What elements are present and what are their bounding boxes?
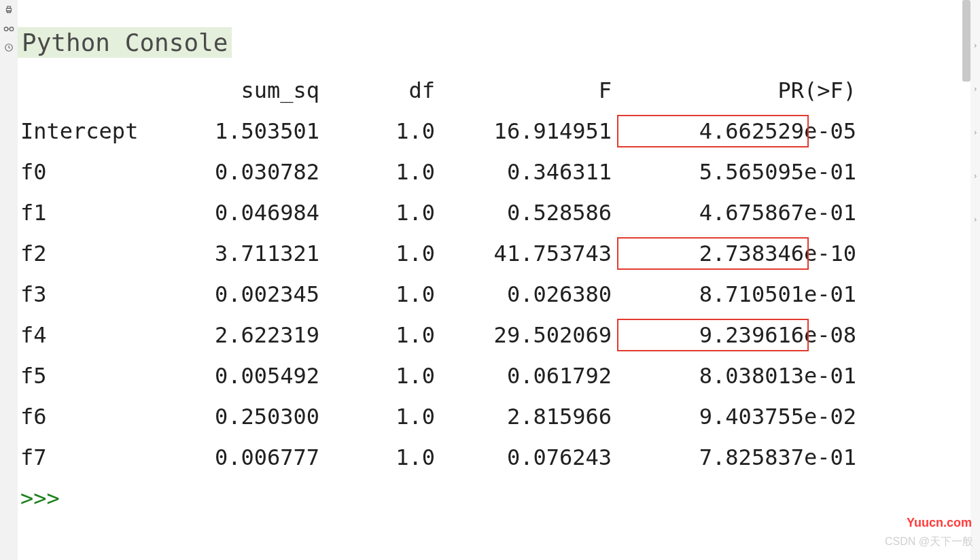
chevron-right-icon[interactable]: ›	[973, 215, 977, 224]
svg-rect-1	[7, 6, 11, 8]
table-row: Intercept1.5035011.016.9149514.662529e-0…	[20, 111, 962, 152]
cell-sum-sq: 0.030782	[170, 152, 319, 192]
console-title: Python Console	[18, 27, 232, 58]
cell-name: f3	[20, 274, 170, 315]
site-watermark: Yuucn.com	[907, 516, 972, 530]
cell-df: 1.0	[319, 355, 435, 396]
header-pr: PR(>F)	[612, 70, 856, 111]
cell-pr: 8.710501e-01	[612, 274, 856, 315]
cell-f: 0.061792	[435, 355, 612, 396]
header-f: F	[435, 70, 612, 111]
cell-pr: 9.239616e-08	[612, 315, 856, 355]
cell-pr: 2.738346e-10	[612, 233, 856, 274]
cell-df: 1.0	[319, 274, 435, 315]
cell-pr: 4.662529e-05	[612, 111, 856, 152]
cell-sum-sq: 0.250300	[170, 396, 319, 437]
cell-sum-sq: 0.002345	[170, 274, 319, 315]
cell-df: 1.0	[319, 233, 435, 274]
cell-name: f2	[20, 233, 170, 274]
cell-name: f5	[20, 355, 170, 396]
cell-name: f1	[20, 192, 170, 233]
chevron-right-icon[interactable]: ›	[973, 84, 977, 94]
cell-f: 16.914951	[435, 111, 612, 152]
attribution-watermark: CSDN @天下一般	[885, 535, 973, 549]
cell-df: 1.0	[319, 111, 435, 152]
cell-pr: 5.565095e-01	[612, 152, 856, 192]
header-sum-sq: sum_sq	[170, 70, 319, 111]
cell-name: f7	[20, 437, 170, 478]
ide-right-gutter: › › › › ›	[970, 0, 980, 560]
cell-sum-sq: 0.046984	[170, 192, 319, 233]
cell-df: 1.0	[319, 437, 435, 478]
table-row: f30.0023451.00.0263808.710501e-01	[20, 274, 962, 315]
table-row: f50.0054921.00.0617928.038013e-01	[20, 355, 962, 396]
header-df: df	[319, 70, 435, 111]
chevron-right-icon[interactable]: ›	[973, 128, 977, 137]
cell-f: 29.502069	[435, 315, 612, 355]
cell-df: 1.0	[319, 192, 435, 233]
cell-sum-sq: 3.711321	[170, 233, 319, 274]
console-main: Python Console sum_sq df F PR(>F) Interc…	[18, 0, 962, 560]
cell-df: 1.0	[319, 396, 435, 437]
print-icon[interactable]	[3, 4, 14, 15]
table-row: f23.7113211.041.7537432.738346e-10	[20, 233, 962, 274]
chevron-right-icon[interactable]: ›	[973, 171, 977, 181]
cell-f: 0.076243	[435, 437, 612, 478]
cell-f: 0.528586	[435, 192, 612, 233]
cell-f: 2.815966	[435, 396, 612, 437]
table-header: sum_sq df F PR(>F)	[20, 70, 962, 111]
console-output[interactable]: sum_sq df F PR(>F) Intercept1.5035011.01…	[20, 70, 962, 519]
table-row: f10.0469841.00.5285864.675867e-01	[20, 192, 962, 233]
cell-name: f4	[20, 315, 170, 355]
cell-sum-sq: 2.622319	[170, 315, 319, 355]
cell-pr: 4.675867e-01	[612, 192, 856, 233]
cell-sum-sq: 0.006777	[170, 437, 319, 478]
svg-point-4	[10, 27, 13, 31]
cell-name: Intercept	[20, 111, 170, 152]
cell-sum-sq: 1.503501	[170, 111, 319, 152]
cell-f: 41.753743	[435, 233, 612, 274]
cell-name: f6	[20, 396, 170, 437]
prompt[interactable]: >>>	[20, 478, 962, 519]
svg-point-3	[4, 27, 7, 31]
vertical-scrollbar-thumb[interactable]	[962, 0, 970, 82]
cell-f: 0.346311	[435, 152, 612, 192]
table-row: f42.6223191.029.5020699.239616e-08	[20, 315, 962, 355]
chevron-right-icon[interactable]: ›	[973, 41, 977, 50]
table-row: f60.2503001.02.8159669.403755e-02	[20, 396, 962, 437]
cell-name: f0	[20, 152, 170, 192]
cell-sum-sq: 0.005492	[170, 355, 319, 396]
ide-left-gutter	[0, 0, 18, 560]
cell-pr: 9.403755e-02	[612, 396, 856, 437]
history-icon[interactable]	[3, 42, 14, 53]
header-blank	[20, 70, 170, 111]
cell-df: 1.0	[319, 315, 435, 355]
table-row: f70.0067771.00.0762437.825837e-01	[20, 437, 962, 478]
cell-pr: 8.038013e-01	[612, 355, 856, 396]
cell-df: 1.0	[319, 152, 435, 192]
glasses-icon[interactable]	[3, 23, 14, 34]
table-row: f00.0307821.00.3463115.565095e-01	[20, 152, 962, 192]
cell-f: 0.026380	[435, 274, 612, 315]
cell-pr: 7.825837e-01	[612, 437, 856, 478]
